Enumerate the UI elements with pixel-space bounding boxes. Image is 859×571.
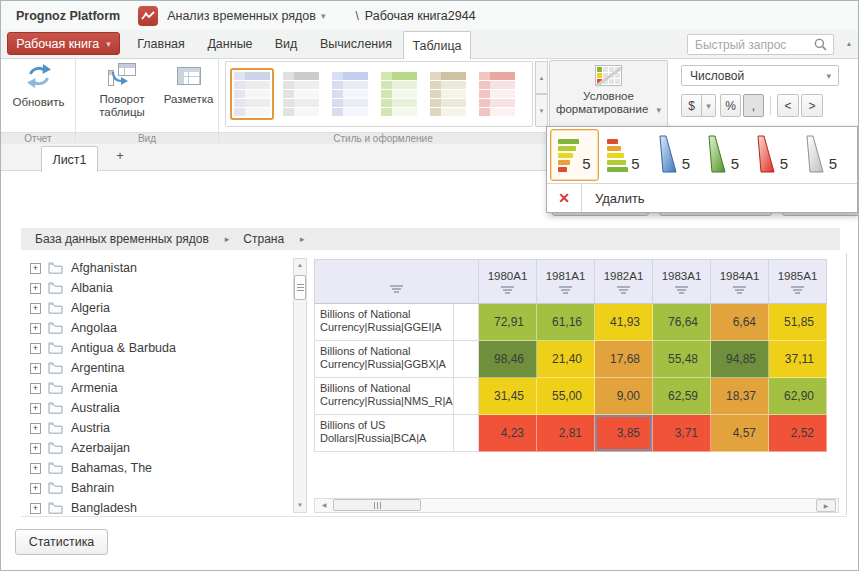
statistics-button[interactable]: Статистика — [15, 529, 108, 555]
tree-item[interactable]: Afghanistan — [30, 258, 137, 278]
filter-icon[interactable] — [390, 285, 403, 293]
tab-tablitsa[interactable]: Таблица — [403, 31, 471, 59]
scroll-left-icon[interactable] — [316, 499, 332, 512]
pivot-table-button[interactable]: Повороттаблицы — [91, 62, 153, 119]
grid-cell[interactable]: 4,57 — [711, 415, 769, 452]
tab-dannye[interactable]: Данные — [199, 30, 261, 58]
tree-item[interactable]: Bahamas, The — [30, 458, 152, 478]
grid-row-header[interactable]: Billions of USDollars|Russia|BCA|A — [314, 415, 454, 452]
grid-units-cell[interactable] — [454, 378, 479, 415]
thousands-separator-button[interactable]: , — [743, 94, 764, 117]
grid-cell[interactable]: 55,00 — [537, 378, 595, 415]
tree-item[interactable]: Albania — [30, 278, 113, 298]
tree-item[interactable]: Algeria — [30, 298, 110, 318]
cf-option-wedge-red[interactable]: 5 — [746, 129, 795, 181]
decrease-decimals-button[interactable]: < — [777, 94, 799, 117]
grid-cell[interactable]: 3,71 — [653, 415, 711, 452]
grid-corner-header[interactable] — [314, 259, 479, 304]
refresh-button[interactable]: Обновить — [8, 62, 69, 109]
tree-item[interactable]: Antigua & Barbuda — [30, 338, 176, 358]
search-icon[interactable] — [814, 38, 827, 51]
grid-cell[interactable]: 51,85 — [769, 304, 827, 341]
tree-scrollbar[interactable] — [293, 258, 307, 513]
grid-col-header[interactable]: 1984A1 — [711, 259, 769, 304]
cf-option-wedge-blue[interactable]: 5 — [648, 129, 697, 181]
table-style-option[interactable] — [426, 68, 470, 120]
breadcrumb-database[interactable]: База данных временных рядов — [35, 232, 209, 246]
grid-units-cell[interactable] — [454, 415, 479, 452]
tab-vid[interactable]: Вид — [264, 30, 308, 58]
grid-cell[interactable]: 55,48 — [653, 341, 711, 378]
scrollbar-thumb[interactable] — [294, 275, 306, 300]
grid-cell[interactable]: 18,37 — [711, 378, 769, 415]
cf-delete-item[interactable]: Удалить — [547, 184, 857, 212]
gallery-scroll-up-icon[interactable] — [535, 61, 548, 94]
table-style-option[interactable] — [475, 68, 519, 120]
grid-cell[interactable]: 62,90 — [769, 378, 827, 415]
filter-icon[interactable] — [791, 286, 804, 294]
tree-item[interactable]: Angolaa — [30, 318, 117, 338]
grid-cell[interactable]: 2,81 — [537, 415, 595, 452]
grid-cell[interactable]: 94,85 — [711, 341, 769, 378]
grid-units-cell[interactable] — [454, 304, 479, 341]
expand-icon[interactable] — [30, 263, 41, 274]
grid-cell[interactable]: 98,46 — [479, 341, 537, 378]
grid-cell[interactable]: 72,91 — [479, 304, 537, 341]
add-sheet-button[interactable]: + — [111, 148, 129, 167]
expand-icon[interactable] — [30, 403, 41, 414]
grid-cell[interactable]: 61,16 — [537, 304, 595, 341]
tree-item[interactable]: Argentina — [30, 358, 125, 378]
expand-icon[interactable] — [30, 463, 41, 474]
currency-dropdown-icon[interactable] — [702, 94, 716, 117]
cf-option-wedge-green[interactable]: 5 — [697, 129, 746, 181]
tree-item[interactable]: Austria — [30, 418, 110, 438]
grid-col-header[interactable]: 1985A1 — [769, 259, 827, 304]
scrollbar-thumb[interactable] — [333, 499, 421, 511]
table-style-option[interactable] — [230, 68, 274, 120]
expand-icon[interactable] — [30, 483, 41, 494]
breadcrumb-arrow-icon[interactable] — [300, 234, 305, 244]
grid-cell[interactable]: 37,11 — [769, 341, 827, 378]
tab-glavnaya[interactable]: Главная — [129, 30, 193, 58]
expand-icon[interactable] — [30, 363, 41, 374]
grid-row-header[interactable]: Billions of NationalCurrency|Russia|GGEI… — [314, 304, 454, 341]
cf-option-bars-red-green[interactable]: 5 — [599, 129, 648, 181]
expand-icon[interactable] — [30, 323, 41, 334]
scroll-down-icon[interactable] — [294, 499, 306, 512]
workbook-menu-button[interactable]: Рабочая книга — [7, 32, 120, 55]
grid-cell[interactable]: 9,00 — [595, 378, 653, 415]
increase-decimals-button[interactable]: > — [801, 94, 823, 117]
filter-icon[interactable] — [733, 286, 746, 294]
filter-icon[interactable] — [675, 286, 688, 294]
layout-button[interactable]: Разметка — [161, 62, 216, 106]
table-style-option[interactable] — [279, 68, 323, 120]
table-style-option[interactable] — [328, 68, 372, 120]
tree-item[interactable]: Australia — [30, 398, 120, 418]
grid-col-header[interactable]: 1981A1 — [537, 259, 595, 304]
gallery-scroll-down-icon[interactable] — [535, 94, 548, 127]
grid-cell[interactable]: 76,64 — [653, 304, 711, 341]
filter-icon[interactable] — [501, 286, 514, 294]
grid-cell-selected[interactable]: 3,85 — [595, 415, 653, 452]
grid-cell[interactable]: 21,40 — [537, 341, 595, 378]
currency-button[interactable]: $ — [681, 94, 702, 117]
tree-item[interactable]: Bahrain — [30, 478, 114, 498]
tree-item[interactable]: Armenia — [30, 378, 118, 398]
percent-button[interactable]: % — [720, 94, 741, 117]
grid-col-header[interactable]: 1983A1 — [653, 259, 711, 304]
breadcrumb-country[interactable]: Страна — [243, 232, 284, 246]
scroll-right-icon[interactable] — [816, 499, 836, 512]
grid-row-header[interactable]: Billions of NationalCurrency|Russia|GGBX… — [314, 341, 454, 378]
number-format-select[interactable]: Числовой — [681, 65, 839, 86]
grid-horizontal-scrollbar[interactable] — [314, 498, 839, 513]
search-input[interactable] — [688, 37, 814, 53]
cf-option-bars-green-red[interactable]: 5 — [550, 129, 599, 181]
scroll-up-icon[interactable] — [294, 259, 306, 272]
expand-icon[interactable] — [30, 443, 41, 454]
expand-icon[interactable] — [30, 343, 41, 354]
cf-option-wedge-gray[interactable]: 5 — [795, 129, 844, 181]
expand-icon[interactable] — [30, 283, 41, 294]
tab-vychisleniya[interactable]: Вычисления — [311, 30, 401, 58]
module-menu[interactable]: Анализ временных рядов — [167, 9, 325, 23]
expand-icon[interactable] — [30, 423, 41, 434]
